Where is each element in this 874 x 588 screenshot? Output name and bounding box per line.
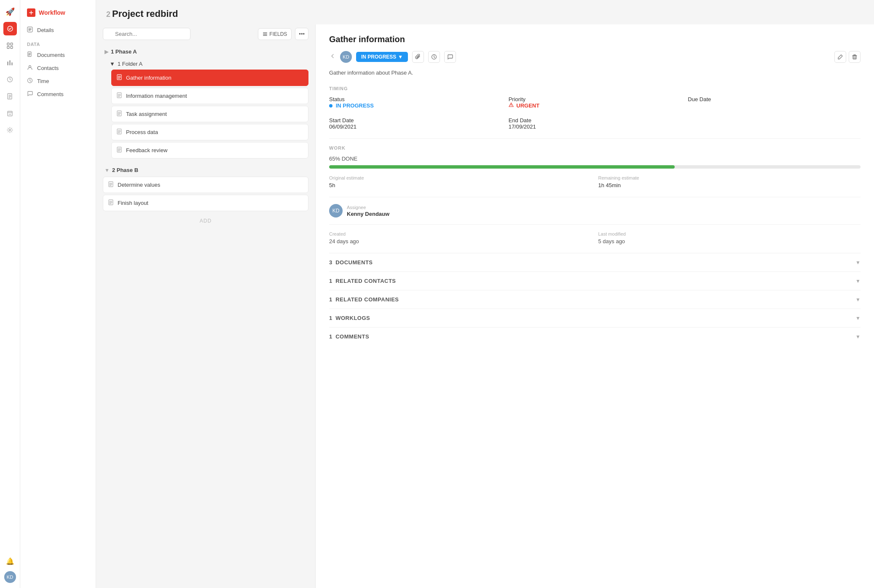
status-value: IN PROGRESS bbox=[329, 102, 502, 109]
status-chevron-icon: ▼ bbox=[398, 54, 403, 60]
task-item-determine[interactable]: Determine values bbox=[103, 177, 308, 193]
sidebar-item-contacts[interactable]: Contacts bbox=[20, 62, 96, 75]
remaining-estimate-value: 1h 45min bbox=[598, 182, 861, 188]
sidebar-item-time[interactable]: Time bbox=[20, 75, 96, 88]
phase-b-label: 2 Phase B bbox=[112, 167, 138, 173]
chart-icon[interactable] bbox=[3, 56, 17, 69]
history-button[interactable] bbox=[428, 51, 440, 63]
main-content: 2Project redbird 🔍 FIELDS ••• ▶ bbox=[96, 0, 874, 588]
task-feedback-icon bbox=[117, 147, 123, 154]
detail-actions-right bbox=[834, 51, 861, 63]
related-contacts-section[interactable]: 1 RELATED CONTACTS ▼ bbox=[329, 271, 861, 290]
related-companies-label: RELATED COMPANIES bbox=[335, 296, 855, 303]
task-determine-label: Determine values bbox=[118, 182, 160, 188]
progress-bar-fill bbox=[329, 165, 675, 169]
worklogs-chevron-icon: ▼ bbox=[855, 315, 861, 321]
edit-button[interactable] bbox=[834, 51, 846, 63]
sidebar-item-details[interactable]: Details bbox=[20, 24, 96, 37]
time-label: Time bbox=[37, 78, 49, 84]
sidebar: Workflow Details DATA Documents Contacts… bbox=[20, 0, 96, 588]
sidebar-item-documents[interactable]: Documents bbox=[20, 48, 96, 62]
add-button[interactable]: ADD bbox=[103, 213, 308, 229]
content-area: 🔍 FIELDS ••• ▶ 1 Phase A ▼ 1 Folder bbox=[96, 24, 874, 588]
task-item-info-mgmt[interactable]: Information management bbox=[111, 88, 308, 104]
fields-button[interactable]: FIELDS bbox=[258, 28, 292, 40]
priority-value: URGENT bbox=[509, 102, 681, 109]
work-section: WORK 65% DONE Original estimate 5h Remai… bbox=[329, 145, 861, 188]
workflow-nav-icon[interactable] bbox=[3, 22, 17, 35]
book-icon[interactable] bbox=[3, 89, 17, 103]
folder-a-toggle-icon: ▼ bbox=[110, 61, 115, 67]
task-finish-icon bbox=[108, 199, 114, 207]
task-assign-icon bbox=[117, 110, 123, 118]
task-item-gather[interactable]: Gather information bbox=[111, 70, 308, 86]
attachment-button[interactable] bbox=[412, 51, 424, 63]
phase-a-row[interactable]: ▶ 1 Phase A bbox=[103, 45, 308, 58]
worklogs-section[interactable]: 1 WORKLOGS ▼ bbox=[329, 309, 861, 327]
divider-1 bbox=[329, 138, 861, 139]
timing-grid: Status IN PROGRESS Priority URGENT bbox=[329, 96, 861, 109]
related-contacts-count: 1 bbox=[329, 278, 332, 284]
task-gather-icon bbox=[117, 74, 123, 81]
bell-icon[interactable]: 🔔 bbox=[3, 554, 17, 568]
work-section-label: WORK bbox=[329, 145, 861, 150]
divider-3 bbox=[329, 224, 861, 225]
remaining-estimate-label: Remaining estimate bbox=[598, 175, 861, 180]
svg-rect-19 bbox=[263, 34, 267, 35]
back-button[interactable] bbox=[329, 53, 336, 61]
svg-rect-2 bbox=[11, 43, 13, 45]
search-wrapper: 🔍 bbox=[103, 28, 255, 40]
phase-b-row[interactable]: ▼ 2 Phase B bbox=[103, 164, 308, 177]
settings-icon[interactable] bbox=[3, 123, 17, 137]
empty-date bbox=[688, 117, 861, 130]
page-title: 2Project redbird bbox=[106, 8, 864, 19]
more-button[interactable]: ••• bbox=[295, 28, 308, 40]
svg-rect-11 bbox=[9, 114, 10, 115]
related-contacts-label: RELATED CONTACTS bbox=[335, 278, 855, 284]
comments-sidebar-icon bbox=[27, 91, 34, 98]
details-label: Details bbox=[37, 27, 54, 33]
start-date-item: Start Date 06/09/2021 bbox=[329, 117, 502, 130]
detail-actions: KD IN PROGRESS ▼ bbox=[329, 51, 861, 63]
clock-icon[interactable] bbox=[3, 72, 17, 86]
task-item-task-assign[interactable]: Task assignment bbox=[111, 106, 308, 122]
phase-a-label: 1 Phase A bbox=[111, 48, 137, 55]
logo-icon[interactable]: 🚀 bbox=[3, 5, 17, 19]
svg-rect-1 bbox=[7, 43, 9, 45]
status-dot bbox=[329, 104, 332, 107]
task-item-finish-layout[interactable]: Finish layout bbox=[103, 195, 308, 211]
last-modified-label: Last modified bbox=[598, 231, 861, 236]
related-companies-section[interactable]: 1 RELATED COMPANIES ▼ bbox=[329, 290, 861, 309]
remaining-estimate: Remaining estimate 1h 45min bbox=[598, 175, 861, 188]
icon-bar: 🚀 🔔 KD bbox=[0, 0, 20, 588]
workflow-icon bbox=[27, 8, 35, 17]
sidebar-workflow-item[interactable]: Workflow bbox=[27, 8, 89, 17]
task-item-feedback[interactable]: Feedback review bbox=[111, 142, 308, 158]
task-feedback-label: Feedback review bbox=[126, 147, 167, 153]
meta-grid: Created 24 days ago Last modified 5 days… bbox=[329, 231, 861, 244]
sidebar-item-comments[interactable]: Comments bbox=[20, 88, 96, 101]
fields-icon bbox=[263, 32, 268, 37]
status-btn-label: IN PROGRESS bbox=[361, 54, 396, 60]
documents-section[interactable]: 3 DOCUMENTS ▼ bbox=[329, 253, 861, 271]
task-item-process-data[interactable]: Process data bbox=[111, 124, 308, 140]
svg-point-30 bbox=[511, 106, 511, 106]
more-icon: ••• bbox=[299, 31, 305, 37]
folder-a-row[interactable]: ▼ 1 Folder A bbox=[103, 58, 308, 70]
detail-user-avatar: KD bbox=[340, 51, 352, 63]
comment-button[interactable] bbox=[444, 51, 456, 63]
documents-icon bbox=[27, 51, 34, 59]
task-gather-label: Gather information bbox=[126, 75, 172, 81]
building-icon[interactable] bbox=[3, 106, 17, 120]
folder-a-label: 1 Folder A bbox=[118, 61, 142, 67]
delete-button[interactable] bbox=[849, 51, 861, 63]
detail-panel: Gather information KD IN PROGRESS ▼ bbox=[315, 24, 874, 588]
grid-icon[interactable] bbox=[3, 39, 17, 52]
status-button[interactable]: IN PROGRESS ▼ bbox=[356, 52, 408, 62]
task-toolbar: 🔍 FIELDS ••• bbox=[103, 24, 308, 45]
comments-detail-section[interactable]: 1 COMMENTS ▼ bbox=[329, 327, 861, 346]
search-input[interactable] bbox=[103, 28, 190, 40]
page-header: 2Project redbird bbox=[96, 0, 874, 24]
progress-bar-bg bbox=[329, 165, 861, 169]
user-avatar-iconbar[interactable]: KD bbox=[4, 571, 16, 583]
